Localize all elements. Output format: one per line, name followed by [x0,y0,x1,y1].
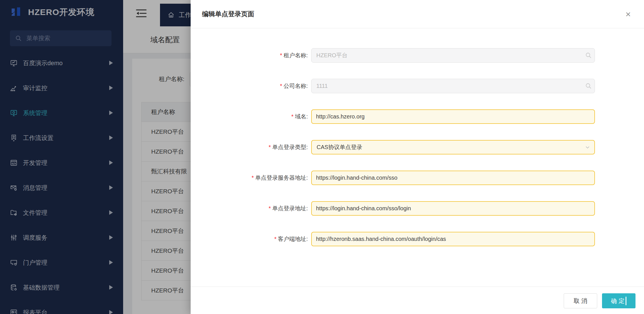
sso-login-url-input[interactable] [311,201,595,216]
drawer-footer: 取 消 确 定 [191,287,644,314]
field-label: *客户端地址: [274,232,308,246]
form-row-sso-type: *单点登录类型: CAS协议单点登录 [191,140,644,154]
field-label: *域名: [291,109,308,124]
field-label: *单点登录类型: [269,140,308,154]
text-caret [626,297,626,305]
required-mark: * [274,236,277,242]
form-row-client-url: *客户端地址: [191,232,644,246]
edit-sso-drawer: 编辑单点登录页面 × *租户名称: *公司名称: *域名: [191,0,644,314]
drawer-header: 编辑单点登录页面 × [191,0,644,28]
tenant-name-input[interactable] [311,48,595,63]
form-row-sso-server-url: *单点登录服务器地址: [191,171,644,185]
domain-input[interactable] [311,109,595,124]
search-icon[interactable] [585,52,592,59]
search-icon[interactable] [585,82,592,89]
field-label: *公司名称: [280,79,308,93]
required-mark: * [280,52,282,58]
required-mark: * [291,113,294,120]
selected-option: CAS协议单点登录 [317,143,362,151]
client-url-input[interactable] [311,232,595,246]
cancel-button[interactable]: 取 消 [564,293,597,308]
sso-server-url-input[interactable] [311,171,595,185]
form-row-domain: *域名: [191,109,644,124]
close-icon[interactable]: × [622,8,634,20]
required-mark: * [269,144,271,150]
field-label: *单点登录服务器地址: [252,171,308,185]
required-mark: * [252,175,254,181]
required-mark: * [280,83,282,89]
field-label: *租户名称: [280,48,308,63]
field-label: *单点登录地址: [269,201,308,216]
sso-type-select[interactable]: CAS协议单点登录 [311,140,595,154]
chevron-down-icon[interactable] [584,144,591,150]
form-row-tenant-name: *租户名称: [191,48,644,63]
drawer-body: *租户名称: *公司名称: *域名: *单点登录类型: CAS协议单点登 [191,28,644,287]
company-name-input[interactable] [311,79,595,93]
required-mark: * [269,205,271,211]
form-row-sso-login-url: *单点登录地址: [191,201,644,216]
form-row-company-name: *公司名称: [191,79,644,93]
drawer-title: 编辑单点登录页面 [202,10,254,18]
confirm-button[interactable]: 确 定 [602,293,635,308]
